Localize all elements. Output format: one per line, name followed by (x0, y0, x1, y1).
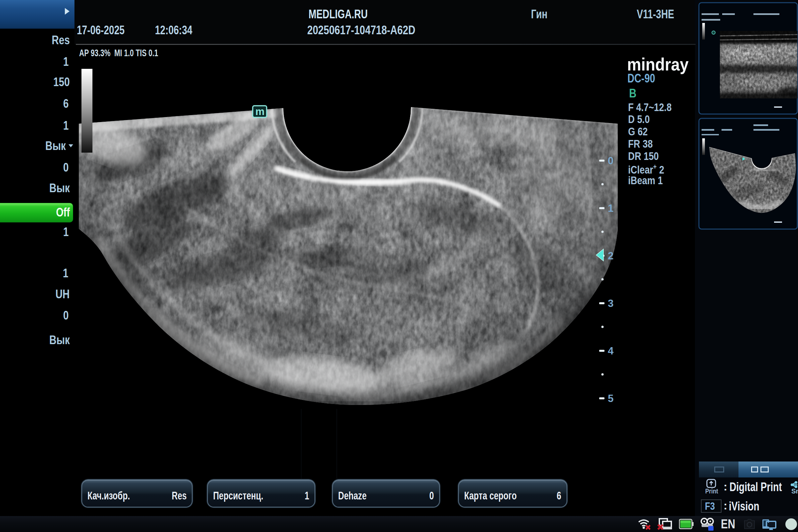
svg-text:1: 1 (608, 203, 613, 214)
svg-text:5: 5 (608, 393, 613, 404)
svg-text:m: m (255, 106, 265, 117)
svg-text:3: 3 (608, 298, 613, 309)
svg-text:0: 0 (608, 155, 613, 167)
svg-text:2: 2 (608, 250, 613, 262)
svg-text:Sn: Sn (791, 488, 798, 495)
svg-text:4: 4 (608, 345, 614, 357)
